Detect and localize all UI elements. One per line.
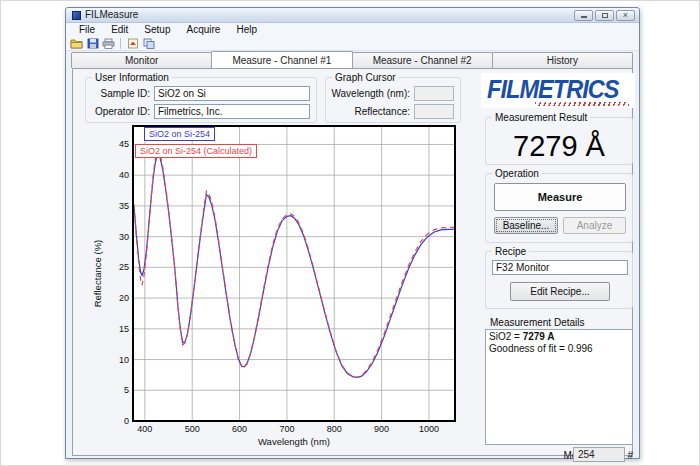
menu-help[interactable]: Help xyxy=(229,23,264,36)
cursor-wavelength-value xyxy=(414,86,454,101)
print-icon[interactable] xyxy=(102,37,115,49)
analyze-button[interactable]: Analyze xyxy=(563,217,626,234)
measurement-result-value: 7279 Å xyxy=(486,130,632,162)
recipe-group: Recipe F32 Monitor Edit Recipe... xyxy=(485,251,633,309)
svg-text:0: 0 xyxy=(124,416,129,426)
svg-text:400: 400 xyxy=(137,424,152,434)
tab-measure-channel-2[interactable]: Measure - Channel #2 xyxy=(352,52,493,68)
svg-text:500: 500 xyxy=(185,424,200,434)
tab-measure-channel-1[interactable]: Measure - Channel #1 xyxy=(211,51,352,68)
details-line-2: Goodness of fit = 0.996 xyxy=(489,343,629,355)
cursor-reflectance-value xyxy=(414,104,454,119)
menu-edit[interactable]: Edit xyxy=(104,23,135,36)
operation-group: Operation Measure Baseline... Analyze xyxy=(485,173,633,243)
toolbar-separator xyxy=(120,38,121,49)
minimize-button[interactable] xyxy=(574,10,593,21)
menu-file[interactable]: File xyxy=(72,23,102,36)
graph-cursor-title: Graph Cursor xyxy=(332,72,399,83)
operator-id-input[interactable]: Filmetrics, Inc. xyxy=(154,104,310,119)
svg-text:20: 20 xyxy=(119,293,129,303)
close-icon: × xyxy=(623,11,628,20)
maximize-icon xyxy=(602,13,608,18)
svg-text:1000: 1000 xyxy=(419,424,439,434)
sample-id-input[interactable]: SiO2 on Si xyxy=(154,86,310,101)
user-information-title: User Information xyxy=(92,72,172,83)
window-title: FILMeasure xyxy=(85,10,138,20)
details-thickness-value: 7279 A xyxy=(523,331,555,342)
svg-text:25: 25 xyxy=(119,262,129,272)
baseline-button[interactable]: Baseline... xyxy=(494,217,558,234)
measurement-result-group: Measurement Result 7279 Å xyxy=(485,117,633,165)
app-icon xyxy=(72,11,81,20)
snapshot-icon[interactable] xyxy=(126,37,139,49)
legend-calculated: SiO2 on Si-254 (Calculated) xyxy=(135,144,257,158)
svg-text:Wavelength (nm): Wavelength (nm) xyxy=(258,436,330,447)
recipe-input[interactable]: F32 Monitor xyxy=(492,260,628,275)
open-icon[interactable] xyxy=(70,37,83,49)
svg-text:700: 700 xyxy=(279,424,294,434)
details-film-label: SiO2 = xyxy=(489,331,523,342)
screenshot-canvas: { "window": { "title": "FILMeasure" }, "… xyxy=(0,0,700,466)
menu-setup[interactable]: Setup xyxy=(137,23,177,36)
recipe-title: Recipe xyxy=(492,246,529,257)
reflectance-chart[interactable]: 0510152025303540454005006007008009001000… xyxy=(91,118,463,454)
save-icon[interactable] xyxy=(86,37,99,49)
maximize-button[interactable] xyxy=(595,10,614,21)
title-bar[interactable]: FILMeasure × xyxy=(66,8,639,23)
app-window: FILMeasure × File Edit Setup Acquire Hel… xyxy=(65,7,640,459)
cursor-reflectance-label: Reflectance: xyxy=(328,106,410,117)
minimize-icon xyxy=(581,16,587,18)
filmetrics-logo: FILMETRICS xyxy=(481,73,635,108)
measurement-result-title: Measurement Result xyxy=(492,112,590,123)
operation-title: Operation xyxy=(492,168,542,179)
svg-text:35: 35 xyxy=(119,201,129,211)
details-line-1: SiO2 = 7279 A xyxy=(489,331,629,343)
menu-acquire[interactable]: Acquire xyxy=(180,23,228,36)
chart-canvas[interactable]: 0510152025303540454005006007008009001000… xyxy=(91,118,463,454)
svg-text:45: 45 xyxy=(119,139,129,149)
menu-bar: File Edit Setup Acquire Help xyxy=(66,23,639,36)
filmetrics-logo-text: FILMETRICS xyxy=(487,77,620,101)
tab-monitor[interactable]: Monitor xyxy=(71,52,212,68)
tab-strip: Monitor Measure - Channel #1 Measure - C… xyxy=(72,52,633,68)
svg-text:5: 5 xyxy=(124,385,129,395)
edit-recipe-button[interactable]: Edit Recipe... xyxy=(510,282,610,301)
measurement-details-title: Measurement Details xyxy=(487,317,587,328)
measure-button[interactable]: Measure xyxy=(494,183,626,211)
svg-text:40: 40 xyxy=(119,170,129,180)
operator-id-label: Operator ID: xyxy=(90,106,150,117)
svg-text:Reflectance (%): Reflectance (%) xyxy=(92,240,103,308)
measurement-details-listbox[interactable]: SiO2 = 7279 A Goodness of fit = 0.996 xyxy=(485,329,633,445)
cursor-wavelength-label: Wavelength (nm): xyxy=(328,88,410,99)
svg-text:15: 15 xyxy=(119,324,129,334)
legend-measured: SiO2 on Si-254 xyxy=(144,127,215,141)
user-information-group: User Information Sample ID: SiO2 on Si O… xyxy=(85,77,317,123)
graph-cursor-group: Graph Cursor Wavelength (nm): Reflectanc… xyxy=(325,77,461,123)
sample-id-label: Sample ID: xyxy=(90,88,150,99)
svg-text:900: 900 xyxy=(374,424,389,434)
close-button[interactable]: × xyxy=(616,10,635,21)
measurement-number-value: 254 xyxy=(573,447,625,462)
measure-channel-1-page: User Information Sample ID: SiO2 on Si O… xyxy=(72,68,633,456)
copy-icon[interactable] xyxy=(142,37,155,49)
svg-text:30: 30 xyxy=(119,232,129,242)
tab-history[interactable]: History xyxy=(492,52,633,68)
svg-text:10: 10 xyxy=(119,355,129,365)
svg-text:600: 600 xyxy=(232,424,247,434)
toolbar xyxy=(66,36,639,51)
svg-text:800: 800 xyxy=(327,424,342,434)
